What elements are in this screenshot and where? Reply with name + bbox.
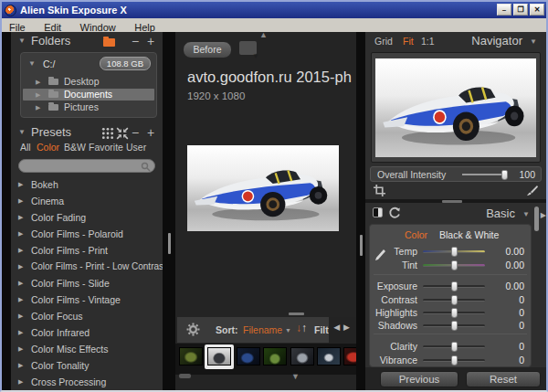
- title-bar[interactable]: Alien Skin Exposure X – ❐ ✕: [2, 2, 546, 18]
- disclosure-icon[interactable]: ▶: [18, 296, 23, 302]
- slider-handle[interactable]: [451, 247, 458, 257]
- add-folder-icon[interactable]: [103, 38, 115, 47]
- preset-item[interactable]: ▶Color Fading: [16, 211, 161, 226]
- overall-intensity-slider[interactable]: [462, 174, 508, 175]
- thumbnail-1[interactable]: [179, 347, 203, 366]
- navigator-preview[interactable]: [371, 52, 541, 163]
- exposure-slider[interactable]: [423, 285, 485, 288]
- preset-item[interactable]: ▶Color Infrared: [16, 326, 161, 341]
- disclosure-icon[interactable]: ▶: [18, 329, 23, 335]
- tab-bw[interactable]: B&W: [64, 142, 86, 153]
- disclosure-icon[interactable]: ▶: [36, 91, 40, 98]
- preset-item[interactable]: ▶Color Tonality: [16, 359, 161, 374]
- disclosure-icon[interactable]: ▶: [18, 197, 23, 204]
- collapse-top-icon[interactable]: ▲: [259, 32, 268, 39]
- thumbnail-2-selected[interactable]: [205, 344, 234, 369]
- preset-item[interactable]: ▶Color Focus: [16, 310, 161, 324]
- disclosure-icon[interactable]: ▶: [18, 181, 23, 187]
- folders-remove-button[interactable]: −: [130, 36, 141, 47]
- search-input[interactable]: [25, 160, 134, 172]
- tab-basic-bw[interactable]: Black & White: [439, 229, 499, 240]
- presets-collapse-icon[interactable]: ▼: [18, 129, 26, 136]
- tint-slider[interactable]: [423, 264, 485, 267]
- presets-add-button[interactable]: +: [145, 127, 156, 138]
- presets-remove-button[interactable]: −: [130, 127, 141, 138]
- drive-row[interactable]: ▼ C:/ 108.8 GB: [25, 56, 153, 72]
- zoom-one-button[interactable]: 1:1: [421, 36, 435, 47]
- compare-dropdown-icon[interactable]: [239, 41, 257, 55]
- slider-handle[interactable]: [451, 281, 458, 291]
- preset-item[interactable]: ▶Cross Processing: [16, 376, 161, 390]
- close-button[interactable]: ✕: [530, 4, 544, 16]
- disclosure-icon[interactable]: ▶: [36, 79, 40, 85]
- zoom-fit-button[interactable]: Fit: [403, 36, 414, 47]
- tab-user[interactable]: User: [126, 142, 146, 153]
- slider-handle[interactable]: [451, 355, 458, 366]
- filmstrip-scrollbar[interactable]: [179, 374, 191, 378]
- scroll-left-icon[interactable]: ◀: [333, 323, 343, 332]
- drive-disclosure-icon[interactable]: ▼: [28, 60, 36, 68]
- minimize-button[interactable]: –: [497, 4, 511, 16]
- zoom-grid-button[interactable]: Grid: [374, 36, 393, 47]
- highlights-slider[interactable]: [423, 312, 485, 314]
- slider-handle[interactable]: [451, 321, 458, 331]
- reset-button[interactable]: Reset: [466, 371, 541, 387]
- thumbnail-7[interactable]: [343, 347, 356, 366]
- preset-item[interactable]: ▶Color Films - Print - Low Contrast: [16, 260, 161, 275]
- disclosure-icon[interactable]: ▶: [18, 247, 23, 253]
- disclosure-icon[interactable]: ▶: [18, 214, 23, 220]
- disclosure-icon[interactable]: ▶: [18, 313, 23, 319]
- folders-add-button[interactable]: +: [145, 36, 156, 47]
- collapse-all-icon[interactable]: [116, 127, 129, 140]
- divider-grip[interactable]: [168, 233, 171, 254]
- disclosure-icon[interactable]: ▶: [18, 280, 23, 286]
- preset-item[interactable]: ▶Color Films - Vintage: [16, 293, 161, 308]
- folder-row-documents[interactable]: ▶ Documents: [23, 89, 154, 101]
- disclosure-icon[interactable]: ▶: [18, 362, 23, 368]
- basic-collapse-icon[interactable]: ▼: [522, 211, 530, 218]
- divider-grip[interactable]: [360, 235, 363, 256]
- preset-item[interactable]: ▶Color Films - Print: [16, 244, 161, 259]
- previous-button[interactable]: Previous: [380, 371, 458, 387]
- collapse-bottom-icon[interactable]: ▼: [291, 372, 300, 381]
- tab-basic-color[interactable]: Color: [405, 229, 427, 240]
- tab-all[interactable]: All: [20, 142, 31, 153]
- grid-view-icon[interactable]: [101, 127, 114, 140]
- slider-handle[interactable]: [451, 295, 458, 305]
- before-button[interactable]: Before: [183, 41, 232, 58]
- preset-item[interactable]: ▶Color Misc Effects: [16, 343, 161, 357]
- temp-slider[interactable]: [423, 250, 485, 253]
- gear-icon[interactable]: [186, 323, 200, 336]
- panel-expand-icon[interactable]: ▶: [541, 211, 546, 219]
- preset-item[interactable]: ▶Color Films - Slide: [16, 277, 161, 291]
- thumbnail-4[interactable]: [263, 347, 287, 366]
- vibrance-slider[interactable]: [423, 359, 485, 362]
- folder-row-desktop[interactable]: ▶ Desktop: [23, 76, 154, 88]
- scroll-right-icon[interactable]: ▶: [343, 323, 353, 332]
- folder-row-pictures[interactable]: ▶ Pictures: [23, 101, 154, 113]
- slider-handle[interactable]: [451, 260, 458, 270]
- sort-value-dropdown[interactable]: Filename: [243, 324, 282, 335]
- disclosure-icon[interactable]: ▶: [18, 263, 23, 270]
- maximize-button[interactable]: ❐: [513, 4, 528, 16]
- slider-handle[interactable]: [451, 342, 458, 352]
- split-preview-icon[interactable]: [373, 207, 383, 217]
- preset-item[interactable]: ▶Cinema: [16, 195, 161, 209]
- crop-icon[interactable]: [374, 185, 385, 196]
- folders-collapse-icon[interactable]: ▼: [18, 37, 26, 45]
- disclosure-icon[interactable]: ▶: [18, 230, 23, 237]
- thumbnail-5[interactable]: [290, 347, 314, 366]
- preset-item[interactable]: ▶Bokeh: [16, 178, 161, 193]
- thumbnail-6[interactable]: [317, 347, 341, 366]
- sort-direction-icon[interactable]: ↓↑: [296, 322, 307, 334]
- panel-scrollbar[interactable]: [534, 207, 539, 231]
- panel-divider-right[interactable]: [356, 32, 365, 390]
- slider-handle[interactable]: [501, 170, 508, 180]
- panel-divider-left[interactable]: [163, 32, 175, 390]
- slider-handle[interactable]: [451, 308, 458, 318]
- reset-panel-icon[interactable]: [388, 207, 401, 219]
- clarity-slider[interactable]: [423, 345, 485, 348]
- preset-item[interactable]: ▶Color Films - Polaroid: [16, 228, 161, 242]
- contrast-slider[interactable]: [423, 299, 485, 302]
- tab-color[interactable]: Color: [37, 142, 59, 153]
